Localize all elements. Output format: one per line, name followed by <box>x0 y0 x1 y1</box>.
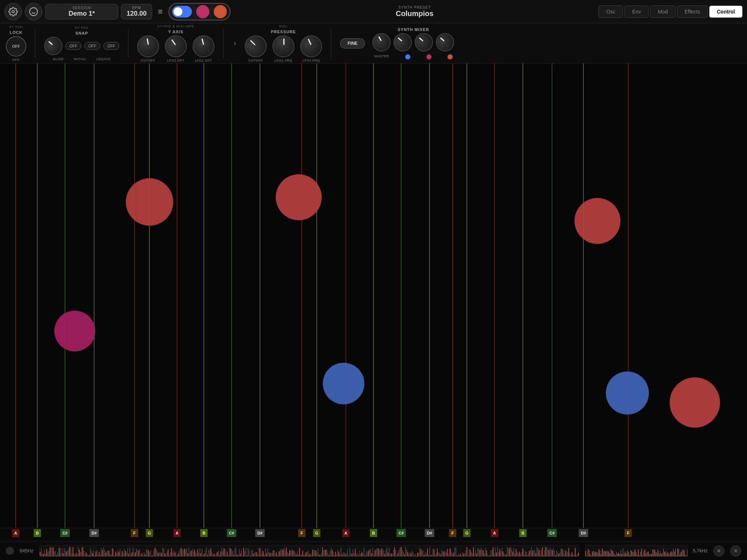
bpm-label: BPM <box>127 6 147 10</box>
bpm-display[interactable]: BPM 120.00 <box>121 4 152 19</box>
settings-icon[interactable] <box>4 3 22 20</box>
glide-label: GLIDE <box>53 57 64 61</box>
xy-pad-snap-section: XY PAD SNAP OFF OFF OFF GLIDE INITIAL LE… <box>44 26 119 61</box>
cutoff-p-knob[interactable] <box>241 32 270 61</box>
touch-ball-5[interactable] <box>574 198 620 244</box>
session-display[interactable]: SESSION Demo 1* <box>45 4 118 19</box>
master-label: MASTER <box>374 54 389 59</box>
divider-3 <box>223 29 224 58</box>
legato-off-button[interactable]: OFF <box>103 42 119 50</box>
touch-ball-4[interactable] <box>323 363 364 404</box>
mini-viz-left <box>39 545 579 557</box>
touch-ball-6[interactable] <box>606 372 649 415</box>
xy-pad-snap-label: SNAP <box>76 31 88 35</box>
voice-indicator-blue <box>405 54 410 59</box>
xy-pad-lock-section: XY PAD LOCK OFF OFF <box>6 25 26 62</box>
chevron-right-icon[interactable]: › <box>232 38 237 48</box>
voice-dot-pink[interactable] <box>196 5 209 18</box>
mixer-voice2-knob[interactable] <box>411 30 436 54</box>
lfo2-dpt-knob[interactable] <box>162 33 189 59</box>
tab-osc[interactable]: Osc <box>599 5 623 18</box>
freq-label-left: 845Hz <box>20 548 34 553</box>
tab-control[interactable]: Control <box>709 5 743 18</box>
bottom-bar: 845Hz 5.7kHz ✕ ✕ <box>0 541 747 560</box>
note-labels-bar <box>0 516 747 526</box>
touch-ball-1[interactable] <box>126 178 173 226</box>
lfo1-frq-knob-container: LFO1 FRQ <box>272 35 294 62</box>
touch-ball-7[interactable] <box>670 377 720 428</box>
legato-label: LEGATO <box>96 57 111 61</box>
xy-pad-lock-title: XY PAD <box>9 25 23 29</box>
synth-preset-value[interactable]: Columpios <box>233 9 596 18</box>
pitch-lock-button[interactable]: OFF <box>6 36 26 57</box>
pressure-section: MIDI PRESSURE CUTOFF LFO1 FRQ LFO2 FRQ <box>245 24 322 62</box>
lfo2-dpt-label: LFO2 DPT <box>167 59 184 62</box>
lfo1-frq-knob[interactable] <box>270 32 298 60</box>
y-axis-section: XY PAD & MIDI MPE Y AXIS CUTOFF LFO2 DPT… <box>137 24 214 62</box>
tab-mod[interactable]: Mod <box>650 5 675 18</box>
synth-preset-label: SYNTH PRESET <box>233 5 596 9</box>
tab-env[interactable]: Env <box>624 5 649 18</box>
pressure-midi-title: MIDI <box>279 24 288 28</box>
lfo2-frq-knob-container: LFO2 FRQ <box>300 35 322 62</box>
freq-label-right: 5.7kHz <box>693 548 708 553</box>
cutoff-y-label: CUTOFF <box>141 59 155 62</box>
synth-mixer-section: SYNTH MIXER MASTER <box>372 27 454 59</box>
lfo2-dpt-knob-container: LFO2 DPT <box>165 35 187 62</box>
session-label: SESSION <box>53 6 111 10</box>
cutoff-y-knob-container: CUTOFF <box>137 35 159 62</box>
close-button-right[interactable]: ✕ <box>730 545 741 556</box>
voice-indicator-pink <box>426 54 431 59</box>
fine-section: FINE <box>340 38 365 48</box>
face-icon[interactable] <box>25 3 42 20</box>
svg-point-0 <box>12 10 15 13</box>
voice-dot-orange[interactable] <box>214 5 227 18</box>
xy-pad-area[interactable] <box>0 63 747 541</box>
freq-dot-left <box>6 547 14 555</box>
lfo1-dpt-label: LFO1 DPT <box>195 59 212 62</box>
close-button-left[interactable]: ✕ <box>713 545 724 556</box>
touch-ball-2[interactable] <box>276 174 322 220</box>
cutoff-p-label: CUTOFF <box>248 59 263 62</box>
tab-effects[interactable]: Effects <box>677 5 708 18</box>
pressure-label: PRESSURE <box>271 30 296 34</box>
initial-off-button[interactable]: OFF <box>84 42 100 50</box>
pitch-lock-label: OFF <box>12 58 20 62</box>
divider-4 <box>331 29 331 58</box>
synth-preset-display: SYNTH PRESET Columpios <box>233 5 596 18</box>
voice-toggle[interactable] <box>172 6 192 18</box>
mixer-voice1-knob[interactable] <box>390 30 415 54</box>
y-axis-label: Y AXIS <box>168 30 183 34</box>
cutoff-p-knob-container: CUTOFF <box>245 35 267 62</box>
menu-icon[interactable]: ≡ <box>155 4 166 19</box>
top-bar: SESSION Demo 1* BPM 120.00 ≡ SYNTH PRESE… <box>0 0 747 23</box>
voice-selector <box>169 3 231 20</box>
nav-tabs: Osc Env Mod Effects Control <box>599 5 743 18</box>
lfo2-frq-knob[interactable] <box>299 34 323 58</box>
xy-pad-lock-label: LOCK <box>9 30 22 35</box>
lfo1-dpt-knob-container: LFO1 DPT <box>193 35 214 62</box>
mixer-voice3-knob[interactable] <box>433 30 457 54</box>
synth-mixer-label: SYNTH MIXER <box>398 27 429 32</box>
lfo2-frq-label: LFO2 FRQ <box>302 59 320 62</box>
initial-label: INITIAL <box>74 57 86 61</box>
fine-button[interactable]: FINE <box>340 38 365 48</box>
mixer-master-knob[interactable] <box>371 32 392 53</box>
cutoff-y-knob[interactable] <box>135 34 161 59</box>
lfo1-frq-label: LFO1 FRQ <box>275 59 292 62</box>
pitch-lock-off: OFF <box>12 44 20 48</box>
session-value: Demo 1* <box>53 10 111 18</box>
mini-viz-right <box>585 545 687 557</box>
divider-2 <box>128 29 128 58</box>
touch-ball-3[interactable] <box>54 311 95 351</box>
lfo1-dpt-knob[interactable] <box>191 34 215 58</box>
xy-pad-snap-title: XY PAD <box>75 26 89 30</box>
y-axis-title: XY PAD & MIDI MPE <box>157 24 194 28</box>
svg-point-1 <box>30 8 38 16</box>
voice-indicator-orange <box>448 54 453 59</box>
snap-glide-knob[interactable] <box>41 33 66 58</box>
divider-1 <box>35 29 35 58</box>
controls-bar: XY PAD LOCK OFF OFF XY PAD SNAP OFF OFF … <box>0 23 747 63</box>
bpm-value: 120.00 <box>127 10 147 18</box>
snap-off-button[interactable]: OFF <box>65 42 81 50</box>
